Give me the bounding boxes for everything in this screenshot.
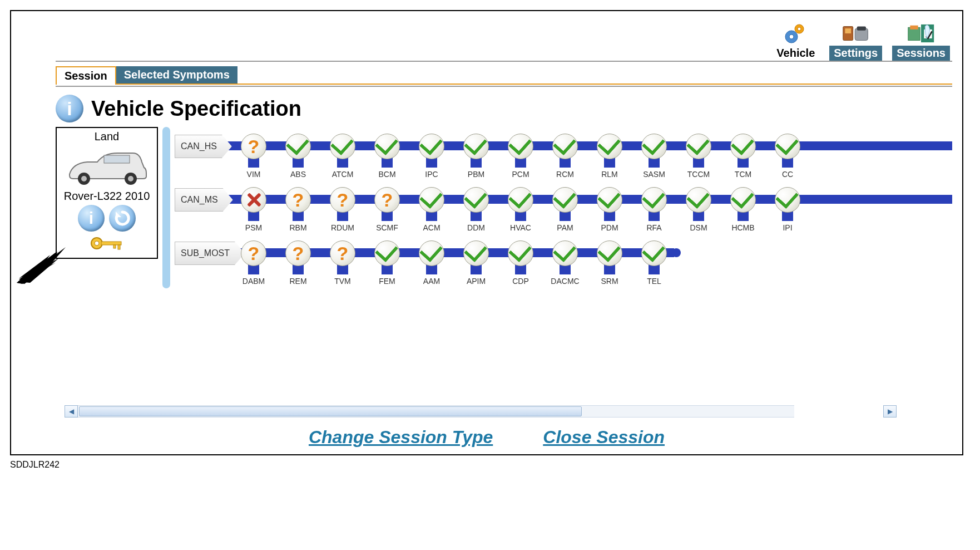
status-question-icon: ?	[330, 187, 355, 213]
status-question-icon: ?	[241, 240, 266, 266]
module-node[interactable]: ?REM	[285, 234, 311, 286]
svg-point-13	[81, 176, 87, 181]
svg-point-17	[95, 241, 99, 245]
module-node[interactable]: TEL	[641, 234, 667, 286]
status-ok-icon	[374, 134, 400, 159]
module-label: PSM	[245, 223, 262, 232]
figure-id: SDDJLR242	[10, 460, 980, 470]
module-label: HCMB	[731, 223, 754, 232]
module-node[interactable]: HVAC	[507, 180, 534, 232]
vehicle-refresh-button[interactable]	[109, 205, 136, 232]
module-node[interactable]: APIM	[463, 234, 489, 286]
module-label: ATCM	[332, 170, 354, 179]
module-label: IPC	[425, 170, 438, 179]
key-icon[interactable]	[61, 235, 152, 254]
module-node[interactable]: PSM	[240, 180, 267, 232]
module-node[interactable]: ?RBM	[285, 180, 311, 232]
module-node[interactable]: DDM	[463, 180, 489, 232]
module-node[interactable]: BCM	[374, 127, 400, 179]
module-node[interactable]: SASM	[641, 127, 667, 179]
module-node[interactable]: RLM	[596, 127, 623, 179]
module-node[interactable]: PCM	[507, 127, 534, 179]
tab-session[interactable]: Session	[56, 66, 116, 85]
module-node[interactable]: PBM	[463, 127, 489, 179]
module-node[interactable]: ?VIM	[240, 127, 267, 179]
module-node[interactable]: AAM	[418, 234, 445, 286]
status-ok-icon	[686, 134, 711, 159]
module-node[interactable]: DACMC	[552, 234, 578, 286]
module-node[interactable]: RFA	[641, 180, 667, 232]
horizontal-scrollbar[interactable]: ◀ ▶	[65, 405, 897, 418]
gears-icon	[782, 21, 810, 46]
module-node[interactable]: IPC	[418, 127, 445, 179]
module-node[interactable]: RCM	[552, 127, 578, 179]
scroll-thumb[interactable]	[79, 406, 582, 416]
bus-label[interactable]: SUB_MOST	[175, 242, 245, 265]
module-node[interactable]: HCMB	[730, 180, 756, 232]
status-ok-icon	[641, 134, 667, 159]
scroll-right-button[interactable]: ▶	[883, 405, 897, 418]
svg-rect-20	[118, 245, 120, 249]
module-label: DACMC	[551, 277, 579, 286]
bus-label[interactable]: CAN_HS	[175, 135, 232, 158]
module-label: CDP	[512, 277, 529, 286]
status-question-icon: ?	[241, 134, 266, 159]
vertical-separator	[162, 127, 170, 288]
module-label: SCMF	[376, 223, 398, 232]
vehicle-image	[65, 145, 149, 188]
status-ok-icon	[775, 187, 800, 213]
bus-row: CAN_MSPSM?RBM?RDUM?SCMFACMDDMHVACPAMPDMR…	[175, 180, 952, 232]
module-node[interactable]: DSM	[685, 180, 712, 232]
module-node[interactable]: ACM	[418, 180, 445, 232]
bus-label[interactable]: CAN_MS	[175, 188, 233, 212]
vehicle-card: Land Rover-L322 2010 i	[56, 127, 158, 259]
app-frame: Vehicle Settings	[10, 10, 963, 455]
module-node[interactable]: SRM	[596, 234, 623, 286]
toolbar-settings[interactable]: Settings	[829, 21, 882, 61]
toolbar-vehicle[interactable]: Vehicle	[772, 21, 819, 61]
scroll-left-button[interactable]: ◀	[65, 405, 78, 418]
toolbar-sessions[interactable]: Sessions	[892, 21, 950, 61]
change-session-type-link[interactable]: Change Session Type	[309, 427, 493, 448]
toolbar-label: Sessions	[892, 46, 950, 61]
svg-point-1	[798, 27, 801, 31]
module-label: PBM	[468, 170, 484, 179]
module-label: SRM	[601, 277, 618, 286]
status-question-icon: ?	[285, 240, 311, 266]
bus-row: SUB_MOST?DABM?REM?TVMFEMAAMAPIMCDPDACMCS…	[175, 234, 952, 285]
module-node[interactable]: ?TVM	[329, 234, 356, 286]
module-node[interactable]: ?RDUM	[329, 180, 356, 232]
module-label: HVAC	[510, 223, 531, 232]
module-node[interactable]: CDP	[507, 234, 534, 286]
module-node[interactable]: TCCM	[685, 127, 712, 179]
status-ok-icon	[775, 134, 800, 159]
module-node[interactable]: FEM	[374, 234, 400, 286]
device-icon	[842, 21, 870, 46]
svg-marker-23	[17, 252, 58, 284]
module-node[interactable]: TCM	[730, 127, 756, 179]
module-node[interactable]: IPI	[774, 180, 801, 232]
svg-point-3	[789, 35, 794, 39]
status-ok-icon	[730, 187, 756, 213]
divider	[56, 61, 952, 62]
module-node[interactable]: PAM	[552, 180, 578, 232]
status-ok-icon	[552, 240, 578, 266]
module-label: FEM	[379, 277, 395, 286]
vehicle-info-button[interactable]: i	[78, 205, 105, 232]
svg-rect-7	[857, 27, 866, 31]
module-node[interactable]: ?DABM	[240, 234, 267, 286]
status-ok-icon	[330, 134, 355, 159]
module-node[interactable]: PDM	[596, 180, 623, 232]
svg-rect-9	[910, 26, 918, 30]
scroll-track[interactable]	[78, 405, 794, 418]
tab-selected-symptoms[interactable]: Selected Symptoms	[116, 66, 237, 84]
module-node[interactable]: ATCM	[329, 127, 356, 179]
module-node[interactable]: ABS	[285, 127, 311, 179]
status-ok-icon	[463, 187, 489, 213]
module-node[interactable]: CC	[774, 127, 801, 179]
close-session-link[interactable]: Close Session	[543, 427, 665, 448]
bus-row: CAN_HS?VIMABSATCMBCMIPCPBMPCMRCMRLMSASMT…	[175, 127, 952, 178]
info-icon: i	[56, 95, 83, 122]
toolbar-label: Vehicle	[772, 46, 819, 61]
module-node[interactable]: ?SCMF	[374, 180, 400, 232]
